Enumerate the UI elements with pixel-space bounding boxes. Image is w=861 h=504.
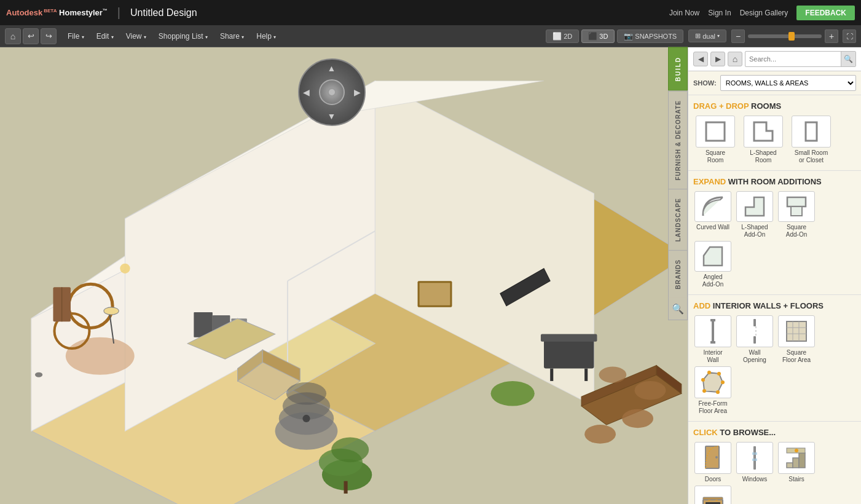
svg-point-73 bbox=[701, 378, 705, 382]
panel-forward-button[interactable]: ▶ bbox=[710, 52, 725, 66]
nav-ring: ▲ ▼ ◀ ▶ bbox=[298, 58, 366, 126]
section4-title: CLICK TO BROWSE... bbox=[693, 428, 856, 437]
zoom-in-button[interactable]: + bbox=[825, 30, 838, 43]
canvas-area[interactable]: ▲ ▼ ◀ ▶ bbox=[0, 47, 688, 504]
design-gallery-link[interactable]: Design Gallery bbox=[740, 9, 788, 17]
square-room-item[interactable]: SquareRoom bbox=[693, 116, 737, 164]
panel-back-button[interactable]: ◀ bbox=[693, 52, 708, 66]
svg-point-72 bbox=[702, 389, 706, 393]
interior-wall-item[interactable]: InteriorWall bbox=[693, 315, 733, 364]
svg-point-31 bbox=[286, 382, 326, 405]
svg-point-51 bbox=[491, 381, 535, 406]
expand-additions-section: EXPAND WITH ROOM ADDITIONS Curved Wall bbox=[688, 171, 861, 295]
curved-wall-item[interactable]: Curved Wall bbox=[693, 191, 733, 231]
nav-up-arrow[interactable]: ▲ bbox=[328, 63, 336, 73]
panel-search-input[interactable] bbox=[745, 52, 841, 66]
svg-rect-85 bbox=[793, 458, 799, 468]
view-menu[interactable]: View ▾ bbox=[120, 30, 152, 43]
l-shaped-addon-item[interactable]: L-ShapedAdd-On bbox=[735, 191, 774, 238]
home-button[interactable]: ⌂ bbox=[5, 28, 21, 44]
snapshots-button[interactable]: 📷 SNAPSHOTS bbox=[617, 30, 683, 43]
wall-opening-item[interactable]: WallOpening bbox=[735, 315, 774, 364]
svg-rect-38 bbox=[541, 334, 597, 342]
svg-rect-61 bbox=[710, 319, 715, 321]
share-menu[interactable]: Share ▾ bbox=[214, 30, 250, 43]
file-menu[interactable]: File ▾ bbox=[61, 30, 90, 43]
zoom-slider-track[interactable] bbox=[748, 34, 822, 38]
svg-marker-71 bbox=[703, 372, 723, 392]
interior-walls-section: ADD INTERIOR WALLS + FLOORS InteriorWall bbox=[688, 295, 861, 422]
svg-rect-36 bbox=[344, 481, 348, 494]
fullscreen-button[interactable]: ⛶ bbox=[843, 30, 856, 43]
join-now-link[interactable]: Join Now bbox=[669, 9, 699, 17]
nav-right-arrow[interactable]: ▶ bbox=[354, 87, 361, 97]
logo-text: AutodeskBETA Homestyler™ bbox=[6, 8, 108, 17]
nav-down-arrow[interactable]: ▼ bbox=[328, 111, 336, 121]
edit-menu[interactable]: Edit ▾ bbox=[90, 30, 120, 43]
panel-home-button[interactable]: ⌂ bbox=[728, 52, 742, 66]
build-tab[interactable]: BUILD bbox=[668, 47, 688, 91]
svg-rect-40 bbox=[584, 369, 588, 381]
svg-point-76 bbox=[721, 380, 725, 384]
svg-point-46 bbox=[635, 381, 666, 400]
right-panel: ◀ ▶ ⌂ 🔍 SHOW: ROOMS, WALLS & AREAS DRAG … bbox=[688, 47, 861, 504]
section2-title: EXPAND WITH ROOM ADDITIONS bbox=[693, 177, 856, 186]
drag-drop-rooms-section: DRAG + DROP ROOMS SquareRoom bbox=[688, 95, 861, 171]
svg-rect-58 bbox=[791, 207, 802, 216]
svg-rect-60 bbox=[712, 319, 714, 344]
help-menu[interactable]: Help ▾ bbox=[250, 30, 282, 43]
windows-item[interactable]: Windows bbox=[735, 442, 774, 483]
small-room-item[interactable]: Small Roomor Closet bbox=[789, 116, 833, 164]
square-floor-item[interactable]: SquareFloor Area bbox=[777, 315, 816, 364]
section1-title: DRAG + DROP ROOMS bbox=[693, 101, 856, 111]
feedback-button[interactable]: FEEDBACK bbox=[796, 6, 855, 20]
landscape-tab[interactable]: LANDSCAPE bbox=[668, 189, 688, 250]
toolbar-menus: File ▾ Edit ▾ View ▾ Shopping List ▾ Sha… bbox=[61, 30, 282, 43]
svg-rect-57 bbox=[787, 197, 806, 207]
svg-rect-49 bbox=[420, 283, 450, 305]
redo-button[interactable]: ↪ bbox=[41, 28, 57, 44]
svg-rect-84 bbox=[787, 463, 793, 468]
show-label: SHOW: bbox=[693, 79, 717, 87]
view-2d-button[interactable]: ⬜ 2D bbox=[546, 30, 579, 43]
freeform-floor-item[interactable]: Free-FormFloor Area bbox=[693, 366, 733, 415]
dual-button[interactable]: ⊞ dual ▾ bbox=[688, 30, 726, 42]
furnish-decorate-tab[interactable]: FURNISH & DECORATE bbox=[668, 91, 688, 189]
angled-addon-item[interactable]: AngledAdd-On bbox=[693, 241, 733, 288]
doors-item[interactable]: Doors bbox=[693, 442, 733, 483]
zoom-out-button[interactable]: − bbox=[731, 30, 745, 43]
nav-left-arrow[interactable]: ◀ bbox=[303, 87, 310, 97]
square-addon-item[interactable]: SquareAdd-On bbox=[777, 191, 816, 238]
svg-point-77 bbox=[716, 390, 720, 394]
top-right-links: Join Now Sign In Design Gallery FEEDBACK bbox=[669, 6, 855, 20]
panel-search-button[interactable]: 🔍 bbox=[841, 52, 855, 66]
undo-button[interactable]: ↩ bbox=[23, 28, 39, 44]
fireplaces-item[interactable]: Fireplaces bbox=[693, 486, 733, 504]
svg-point-88 bbox=[795, 449, 798, 452]
top-bar: AutodeskBETA Homestyler™ | Untitled Desi… bbox=[0, 0, 861, 25]
sign-in-link[interactable]: Sign In bbox=[708, 9, 731, 17]
logo-area: AutodeskBETA Homestyler™ | Untitled Desi… bbox=[6, 6, 197, 20]
show-select[interactable]: ROOMS, WALLS & AREAS bbox=[720, 75, 856, 91]
view-3d-button[interactable]: ⬛ 3D bbox=[581, 30, 615, 43]
svg-rect-37 bbox=[544, 337, 594, 369]
l-shaped-room-item[interactable]: L-ShapedRoom bbox=[741, 116, 785, 164]
svg-rect-66 bbox=[787, 321, 806, 341]
svg-marker-56 bbox=[745, 197, 764, 216]
brands-tab[interactable]: BRANDS bbox=[668, 250, 688, 298]
svg-point-32 bbox=[302, 415, 310, 422]
svg-point-79 bbox=[715, 456, 718, 459]
rooms-grid: SquareRoom L-ShapedRoom bbox=[693, 116, 856, 164]
stairs-item[interactable]: Stairs bbox=[777, 442, 816, 483]
shopping-list-menu[interactable]: Shopping List ▾ bbox=[152, 30, 214, 43]
main-content: ▲ ▼ ◀ ▶ BUILD FURNISH & DECORATE LANDSCA… bbox=[0, 47, 861, 504]
nav-center-button[interactable] bbox=[319, 79, 345, 105]
svg-marker-59 bbox=[704, 247, 722, 266]
svg-point-22 bbox=[104, 307, 119, 315]
zoom-controls: − + ⛶ bbox=[731, 30, 856, 43]
search-tab[interactable]: 🔍 bbox=[668, 298, 688, 320]
svg-point-44 bbox=[584, 425, 616, 444]
zoom-slider-thumb[interactable] bbox=[788, 32, 795, 41]
svg-point-75 bbox=[717, 372, 721, 376]
panel-navigation: ◀ ▶ ⌂ 🔍 bbox=[688, 47, 861, 71]
